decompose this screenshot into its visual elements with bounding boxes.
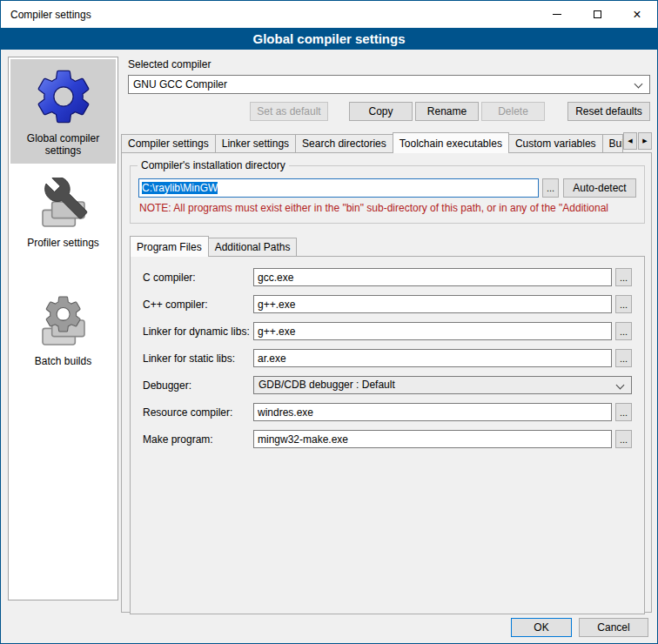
debugger-label: Debugger: (143, 379, 253, 392)
sidebar-item-label: Profiler settings (12, 237, 114, 249)
chevron-down-icon (616, 381, 625, 390)
tab-build-options[interactable]: Build (602, 134, 623, 152)
arrow-left-icon: ◀ (628, 138, 632, 144)
linker-dynamic-label: Linker for dynamic libs: (143, 325, 253, 338)
selected-compiler-label: Selected compiler (128, 58, 652, 70)
tab-search-directories[interactable]: Search directories (295, 134, 393, 152)
tab-toolchain-executables[interactable]: Toolchain executables (393, 132, 509, 153)
main-panel: Selected compiler GNU GCC Compiler Set a… (121, 57, 652, 613)
chevron-down-icon (634, 80, 643, 89)
sidebar-item-batch-builds[interactable]: Batch builds (10, 291, 116, 374)
tab-scroll-right-button[interactable]: ▶ (638, 132, 652, 150)
linker-dynamic-input[interactable] (253, 322, 612, 340)
selected-compiler-value: GNU GCC Compiler (133, 78, 227, 91)
dialog-footer: OK Cancel (511, 618, 648, 637)
copy-button[interactable]: Copy (349, 102, 413, 121)
close-button[interactable]: × (617, 1, 657, 28)
field-row-linker-static: Linker for static libs: ... (143, 349, 632, 367)
field-row-c-compiler: C compiler: ... (143, 268, 632, 286)
sidebar-item-global-compiler-settings[interactable]: Global compiler settings (10, 59, 116, 164)
linker-dynamic-browse-button[interactable]: ... (615, 322, 632, 340)
resource-compiler-label: Resource compiler: (143, 406, 253, 419)
c-compiler-label: C compiler: (143, 272, 253, 284)
gear-icon (12, 64, 114, 129)
maximize-button[interactable] (577, 1, 617, 28)
tab-custom-variables[interactable]: Custom variables (508, 134, 603, 152)
settings-sidebar: Global compiler settings Profiler settin… (8, 57, 118, 600)
installation-directory-group-title: Compiler's installation directory (138, 159, 289, 171)
titlebar: Compiler settings × (1, 1, 657, 28)
maximize-icon (594, 10, 601, 18)
program-tabs: Program Files Additional Paths (130, 236, 645, 256)
tab-linker-settings[interactable]: Linker settings (215, 134, 296, 152)
compiler-actions: Set as default Copy Rename Delete Reset … (121, 102, 650, 121)
ok-button[interactable]: OK (511, 618, 572, 637)
cancel-button[interactable]: Cancel (579, 618, 648, 637)
linker-static-input[interactable] (253, 349, 612, 367)
field-row-linker-dynamic: Linker for dynamic libs: ... (143, 322, 632, 340)
window-controls: × (537, 1, 657, 28)
minimize-button[interactable] (537, 1, 577, 28)
c-compiler-input[interactable] (253, 268, 612, 286)
arrow-right-icon: ▶ (642, 138, 647, 144)
make-program-label: Make program: (143, 433, 253, 446)
dialog-content: Global compiler settings Profiler settin… (1, 50, 657, 644)
debugger-value: GDB/CDB debugger : Default (258, 379, 395, 391)
install-dir-note: NOTE: All programs must exist either in … (139, 202, 636, 214)
install-dir-input[interactable]: C:\raylib\MinGW (138, 178, 539, 198)
toolchain-executables-panel: Compiler's installation directory C:\ray… (121, 152, 652, 613)
make-program-browse-button[interactable]: ... (615, 430, 632, 448)
installation-directory-row: C:\raylib\MinGW ... Auto-detect (138, 178, 636, 198)
rename-button[interactable]: Rename (415, 102, 479, 121)
c-compiler-browse-button[interactable]: ... (615, 268, 632, 286)
tab-compiler-settings[interactable]: Compiler settings (121, 134, 216, 152)
debugger-select[interactable]: GDB/CDB debugger : Default (253, 376, 632, 394)
set-as-default-button: Set as default (250, 102, 328, 121)
make-program-input[interactable] (253, 430, 612, 448)
compiler-settings-dialog: Compiler settings × Global compiler sett… (0, 0, 658, 644)
cpp-compiler-browse-button[interactable]: ... (615, 295, 632, 313)
resource-compiler-browse-button[interactable]: ... (615, 403, 632, 421)
tab-program-files[interactable]: Program Files (130, 236, 209, 257)
cpp-compiler-label: C++ compiler: (143, 299, 253, 311)
installation-directory-group: Compiler's installation directory C:\ray… (130, 165, 645, 224)
resource-compiler-input[interactable] (253, 403, 612, 421)
field-row-resource-compiler: Resource compiler: ... (143, 403, 632, 421)
minimize-icon (553, 14, 561, 15)
field-row-debugger: Debugger: GDB/CDB debugger : Default (143, 376, 632, 394)
sidebar-item-label: Global compiler settings (12, 132, 114, 157)
sidebar-item-profiler-settings[interactable]: Profiler settings (10, 172, 116, 256)
tab-scroll-buttons: ◀ ▶ (622, 132, 652, 150)
settings-tabs: Compiler settings Linker settings Search… (121, 132, 652, 152)
reset-defaults-button[interactable]: Reset defaults (567, 102, 650, 121)
profiler-icon (12, 178, 114, 233)
field-row-make-program: Make program: ... (143, 430, 632, 448)
window-title: Compiler settings (1, 9, 537, 21)
install-dir-browse-button[interactable]: ... (542, 178, 559, 198)
batch-builds-icon (12, 296, 114, 352)
auto-detect-button[interactable]: Auto-detect (563, 178, 636, 198)
page-title: Global compiler settings (1, 28, 657, 50)
install-dir-selected-text: C:\raylib\MinGW (142, 182, 218, 194)
tab-additional-paths[interactable]: Additional Paths (208, 238, 298, 256)
cpp-compiler-input[interactable] (253, 295, 612, 313)
selected-compiler-dropdown[interactable]: GNU GCC Compiler (128, 75, 650, 94)
field-row-cpp-compiler: C++ compiler: ... (143, 295, 632, 313)
close-icon: × (633, 8, 641, 22)
linker-static-browse-button[interactable]: ... (615, 349, 632, 367)
tab-scroll-left-button[interactable]: ◀ (623, 132, 637, 150)
program-files-panel: C compiler: ... C++ compiler: ... Linker… (130, 256, 645, 614)
linker-static-label: Linker for static libs: (143, 352, 253, 365)
sidebar-item-label: Batch builds (12, 355, 114, 367)
delete-button: Delete (481, 102, 545, 121)
